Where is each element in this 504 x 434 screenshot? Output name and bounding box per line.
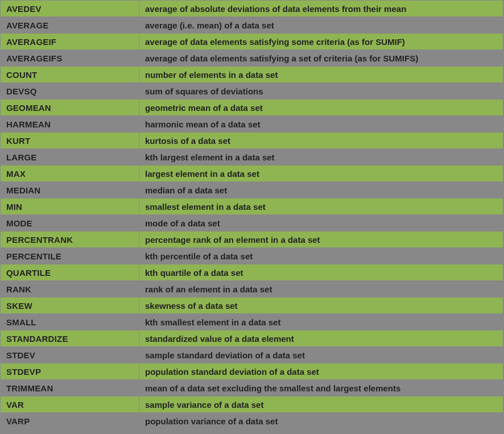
- function-description-cell: sum of squares of deviations: [139, 83, 503, 100]
- function-description-cell: sample variance of a data set: [139, 396, 503, 413]
- function-description-cell: geometric mean of a data set: [139, 100, 503, 116]
- function-name-cell: STDEV: [1, 347, 139, 363]
- function-name-cell: SKEW: [1, 297, 139, 314]
- function-name-cell: LARGE: [1, 149, 139, 166]
- function-name-cell: PERCENTILE: [1, 248, 139, 264]
- function-description-cell: standardized value of a data element: [139, 330, 503, 347]
- function-name-cell: STDEVP: [1, 363, 139, 380]
- table-row: STANDARDIZEstandardized value of a data …: [1, 330, 503, 347]
- function-name-cell: QUARTILE: [1, 264, 139, 281]
- function-name-cell: DEVSQ: [1, 83, 139, 100]
- table-row: COUNTnumber of elements in a data set: [1, 67, 503, 83]
- table-bottom-bar: [1, 429, 503, 434]
- function-description-cell: population variance of a data set: [139, 413, 503, 429]
- function-name-cell: GEOMEAN: [1, 100, 139, 116]
- table-row: VARPpopulation variance of a data set: [1, 413, 503, 429]
- function-name-cell: COUNT: [1, 67, 139, 83]
- table-row: HARMEANharmonic mean of a data set: [1, 116, 503, 133]
- function-description-cell: median of a data set: [139, 182, 503, 199]
- functions-table-container: AVEDEVaverage of absolute deviations of …: [0, 0, 504, 434]
- function-name-cell: AVERAGEIF: [1, 34, 139, 50]
- function-description-cell: harmonic mean of a data set: [139, 116, 503, 133]
- table-row: AVEDEVaverage of absolute deviations of …: [1, 1, 503, 17]
- function-description-cell: average of data elements satisfying some…: [139, 34, 503, 50]
- table-row: SMALLkth smallest element in a data set: [1, 314, 503, 330]
- function-name-cell: AVERAGE: [1, 17, 139, 34]
- function-name-cell: AVERAGEIFS: [1, 50, 139, 67]
- table-row: MEDIANmedian of a data set: [1, 182, 503, 199]
- function-name-cell: TRIMMEAN: [1, 380, 139, 396]
- function-description-cell: kth largest element in a data set: [139, 149, 503, 166]
- function-description-cell: population standard deviation of a data …: [139, 363, 503, 380]
- function-name-cell: MAX: [1, 166, 139, 182]
- function-description-cell: rank of an element in a data set: [139, 281, 503, 297]
- function-name-cell: STANDARDIZE: [1, 330, 139, 347]
- table-row: PERCENTILEkth percentile of a data set: [1, 248, 503, 264]
- table-row: AVERAGEaverage (i.e. mean) of a data set: [1, 17, 503, 34]
- function-name-cell: KURT: [1, 133, 139, 149]
- table-row: SKEWskewness of a data set: [1, 297, 503, 314]
- function-name-cell: MIN: [1, 199, 139, 215]
- table-row: MODEmode of a data set: [1, 215, 503, 232]
- table-row: RANKrank of an element in a data set: [1, 281, 503, 297]
- function-description-cell: kth smallest element in a data set: [139, 314, 503, 330]
- table-row: STDEVPpopulation standard deviation of a…: [1, 363, 503, 380]
- function-name-cell: RANK: [1, 281, 139, 297]
- function-name-cell: PERCENTRANK: [1, 232, 139, 248]
- function-description-cell: kurtosis of a data set: [139, 133, 503, 149]
- table-row: TRIMMEANmean of a data set excluding the…: [1, 380, 503, 396]
- function-description-cell: average (i.e. mean) of a data set: [139, 17, 503, 34]
- function-description-cell: smallest element in a data set: [139, 199, 503, 215]
- table-row: GEOMEANgeometric mean of a data set: [1, 100, 503, 116]
- function-description-cell: kth percentile of a data set: [139, 248, 503, 264]
- table-row: AVERAGEIFSaverage of data elements satis…: [1, 50, 503, 67]
- function-description-cell: sample standard deviation of a data set: [139, 347, 503, 363]
- function-name-cell: MEDIAN: [1, 182, 139, 199]
- table-row: LARGEkth largest element in a data set: [1, 149, 503, 166]
- table-row: VARsample variance of a data set: [1, 396, 503, 413]
- table-row: DEVSQsum of squares of deviations: [1, 83, 503, 100]
- function-name-cell: HARMEAN: [1, 116, 139, 133]
- table-row: QUARTILEkth quartile of a data set: [1, 264, 503, 281]
- function-description-cell: percentage rank of an element in a data …: [139, 232, 503, 248]
- function-description-cell: average of absolute deviations of data e…: [139, 1, 503, 17]
- function-name-cell: MODE: [1, 215, 139, 232]
- table-row: KURTkurtosis of a data set: [1, 133, 503, 149]
- function-name-cell: VARP: [1, 413, 139, 429]
- function-description-cell: largest element in a data set: [139, 166, 503, 182]
- function-description-cell: mean of a data set excluding the smalles…: [139, 380, 503, 396]
- function-name-cell: SMALL: [1, 314, 139, 330]
- function-name-cell: VAR: [1, 396, 139, 413]
- function-description-cell: skewness of a data set: [139, 297, 503, 314]
- table-row: PERCENTRANKpercentage rank of an element…: [1, 232, 503, 248]
- table-row: STDEVsample standard deviation of a data…: [1, 347, 503, 363]
- function-description-cell: average of data elements satisfying a se…: [139, 50, 503, 67]
- function-description-cell: mode of a data set: [139, 215, 503, 232]
- table-row: AVERAGEIFaverage of data elements satisf…: [1, 34, 503, 50]
- table-row: MAXlargest element in a data set: [1, 166, 503, 182]
- function-description-cell: kth quartile of a data set: [139, 264, 503, 281]
- function-name-cell: AVEDEV: [1, 1, 139, 17]
- table-row: MINsmallest element in a data set: [1, 199, 503, 215]
- functions-table: AVEDEVaverage of absolute deviations of …: [1, 1, 503, 429]
- function-description-cell: number of elements in a data set: [139, 67, 503, 83]
